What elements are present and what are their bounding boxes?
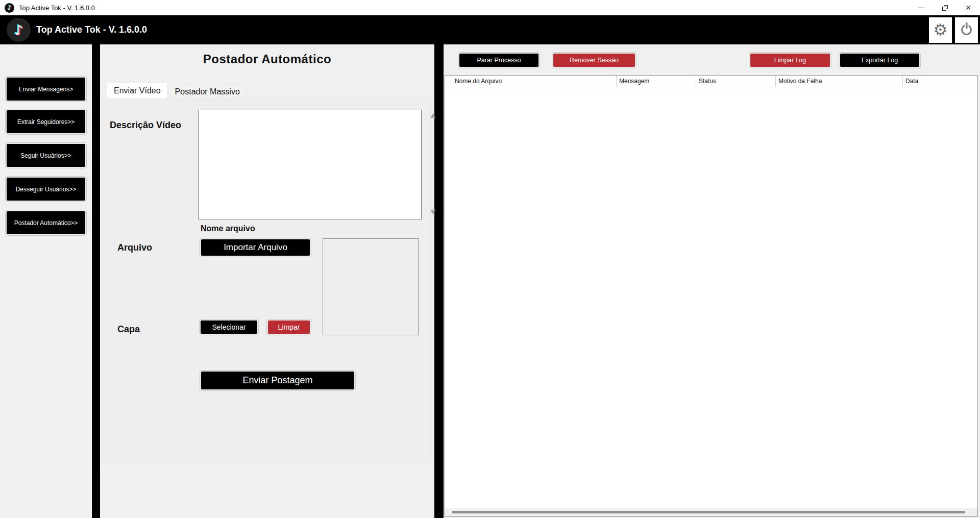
cover-label: Capa <box>117 324 140 335</box>
app-header: ♪ Top Active Tok - V. 1.6.0.0 ⚙ <box>0 15 980 44</box>
titlebar: ♪ Top Active Tok - V. 1.6.0.0 — × <box>0 0 980 15</box>
sidebar-item-desseguir-usuarios[interactable]: Desseguir Usuários>> <box>6 177 86 202</box>
import-file-button[interactable]: Importar Arquivo <box>200 238 311 257</box>
row-selector-header <box>445 76 452 87</box>
horizontal-scrollbar[interactable] <box>445 508 977 516</box>
file-name-label: Nome arquivo <box>201 224 255 233</box>
sidebar-item-postador-automatico[interactable]: Postador Automático>> <box>6 210 86 235</box>
restore-icon <box>942 5 948 11</box>
clear-log-button[interactable]: Limpar Log <box>749 53 831 68</box>
column-header-status[interactable]: Status <box>696 76 776 87</box>
remove-session-button[interactable]: Remover Sessão <box>552 53 636 68</box>
export-log-button[interactable]: Exportar Log <box>839 53 920 68</box>
close-button[interactable]: × <box>957 0 980 15</box>
main-panel: Postador Automático Enviar Vídeo Postado… <box>100 44 434 518</box>
sidebar-item-extrair-seguidores[interactable]: Extrair Seguidores>> <box>6 109 86 134</box>
minimize-button[interactable]: — <box>910 0 933 15</box>
file-label: Arquivo <box>117 242 152 253</box>
log-panel: Parar Processo Remover Sessão Limpar Log… <box>444 44 980 518</box>
app-title: Top Active Tok - V. 1.6.0.0 <box>36 24 147 35</box>
sidebar: Enviar Mensagens> Extrair Seguidores>> S… <box>0 44 92 518</box>
window-title: Top Active Tok - V. 1.6.0.0 <box>19 4 95 12</box>
scrollbar-thumb[interactable] <box>452 511 965 513</box>
power-button[interactable] <box>955 17 978 43</box>
log-table: Nome do Arquivo Mensagem Status Motivo d… <box>445 75 978 517</box>
gear-icon: ⚙ <box>934 22 948 38</box>
log-table-header: Nome do Arquivo Mensagem Status Motivo d… <box>445 76 977 87</box>
app-logo-icon: ♪ <box>5 3 14 13</box>
send-post-button[interactable]: Enviar Postagem <box>200 371 355 390</box>
scroll-down-icon[interactable]: ▼ <box>428 208 438 215</box>
log-table-body <box>445 87 977 508</box>
clear-cover-button[interactable]: Limpar <box>267 319 311 335</box>
divider-left <box>92 44 100 518</box>
power-icon <box>961 24 972 35</box>
description-input[interactable] <box>198 110 422 219</box>
window-controls: — × <box>910 0 980 15</box>
description-label: Descrição Vídeo <box>110 120 181 131</box>
app-window: ♪ Top Active Tok - V. 1.6.0.0 — × ♪ Top … <box>0 0 980 518</box>
sidebar-item-seguir-usuarios[interactable]: Seguir Usuários>> <box>6 143 86 168</box>
maximize-button[interactable] <box>933 0 957 15</box>
tab-postador-massivo[interactable]: Postador Massivo <box>168 85 247 98</box>
tab-enviar-video[interactable]: Enviar Vídeo <box>107 83 168 98</box>
column-header-data[interactable]: Data <box>903 76 977 87</box>
cover-preview <box>323 238 419 335</box>
close-icon: × <box>966 3 971 13</box>
scroll-up-icon[interactable]: ▲ <box>428 111 438 119</box>
column-header-nome-do-arquivo[interactable]: Nome do Arquivo <box>452 76 617 87</box>
column-header-mensagem[interactable]: Mensagem <box>617 76 696 87</box>
header-actions: ⚙ <box>929 17 978 43</box>
stop-process-button[interactable]: Parar Processo <box>458 53 540 68</box>
page-title: Postador Automático <box>100 52 434 66</box>
column-header-motivo-da-falha[interactable]: Motivo da Falha <box>776 76 903 87</box>
settings-button[interactable]: ⚙ <box>929 17 952 43</box>
sidebar-item-enviar-mensagens[interactable]: Enviar Mensagens> <box>6 77 86 102</box>
tab-strip: Enviar Vídeo Postador Massivo <box>107 83 247 98</box>
tiktok-logo-icon: ♪ <box>7 18 31 42</box>
select-cover-button[interactable]: Selecionar <box>200 319 258 335</box>
minimize-icon: — <box>918 4 924 11</box>
